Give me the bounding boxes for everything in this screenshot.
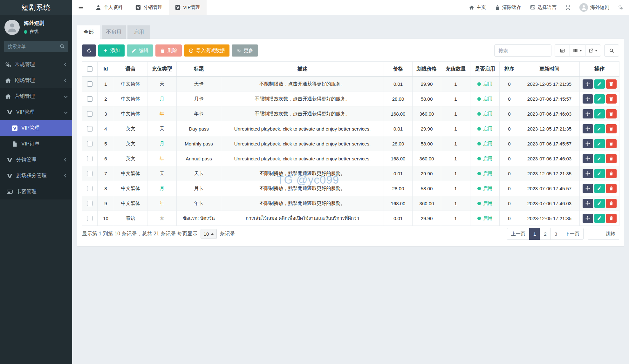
move-row-button[interactable]: [583, 214, 593, 223]
next-page-button[interactable]: 下一页: [561, 228, 584, 240]
delete-row-button[interactable]: [606, 109, 617, 118]
filter-tab-全部[interactable]: 全部: [77, 25, 100, 39]
delete-row-button[interactable]: [606, 124, 617, 133]
edit-row-button[interactable]: [594, 124, 605, 133]
page-button-2[interactable]: 2: [540, 228, 550, 240]
move-row-button[interactable]: [583, 154, 593, 163]
row-checkbox[interactable]: [87, 156, 92, 161]
delete-row-button[interactable]: [606, 169, 617, 178]
row-checkbox[interactable]: [87, 96, 92, 102]
delete-row-button[interactable]: [606, 214, 617, 223]
row-checkbox[interactable]: [87, 81, 92, 87]
sidebar-item-vip-orders[interactable]: VIP订单: [0, 136, 72, 152]
row-checkbox[interactable]: [87, 186, 92, 191]
filter-tab-不启用[interactable]: 不启用: [102, 25, 126, 39]
detail-view-button[interactable]: [555, 44, 570, 57]
columns-button[interactable]: [570, 44, 585, 57]
prev-page-button[interactable]: 上一页: [507, 228, 530, 240]
page-button-1[interactable]: 1: [529, 228, 540, 240]
edit-row-button[interactable]: [594, 154, 605, 163]
move-row-button[interactable]: [583, 109, 593, 118]
row-checkbox[interactable]: [87, 126, 92, 131]
gears-icon: [5, 62, 11, 68]
delete-button[interactable]: 删除: [155, 44, 182, 57]
home-icon: [5, 78, 11, 84]
row-checkbox[interactable]: [87, 111, 92, 117]
cell-description: 不限制播放次数，点击开通获得更好的服务。: [221, 91, 384, 106]
move-row-button[interactable]: [583, 169, 593, 178]
move-row-button[interactable]: [583, 94, 593, 104]
move-row-button[interactable]: [583, 199, 593, 208]
user-panel: 海外短剧 在线: [0, 15, 72, 38]
cell-id: 7: [98, 166, 114, 181]
cell-id: 6: [98, 151, 114, 166]
user-menu[interactable]: 海外短剧: [579, 3, 609, 12]
sidebar-menu: 常规管理剧场管理营销管理VIP管理VIP管理VIP订单分销管理剧场积分管理卡密管…: [0, 57, 72, 199]
cell-actions: [580, 136, 619, 151]
sidebar-item-theater-points-management[interactable]: 剧场积分管理: [0, 168, 72, 184]
row-checkbox[interactable]: [87, 201, 92, 206]
tab-profile[interactable]: 个人资料: [89, 0, 129, 15]
edit-row-button[interactable]: [594, 199, 605, 208]
delete-row-button[interactable]: [606, 184, 617, 193]
row-checkbox[interactable]: [87, 141, 92, 146]
search-submit-button[interactable]: [604, 44, 619, 57]
cell-recharge-type: 年: [147, 106, 177, 121]
tab-distribution[interactable]: 分销管理: [129, 0, 169, 15]
v-icon: [7, 109, 13, 115]
delete-row-button[interactable]: [606, 154, 617, 163]
jump-button[interactable]: 跳转: [602, 228, 619, 240]
cell-title: 月卡: [177, 181, 221, 196]
sidebar-item-label: 分销管理: [16, 157, 37, 163]
delete-row-button[interactable]: [606, 79, 617, 89]
add-button[interactable]: 添加: [98, 44, 125, 57]
navbar-right: 主页清除缓存选择语言海外短剧: [469, 0, 629, 15]
page-size-select[interactable]: 10: [201, 229, 217, 239]
move-row-button[interactable]: [583, 79, 593, 89]
edit-row-button[interactable]: [594, 109, 605, 118]
sidebar-item-distribution-management[interactable]: 分销管理: [0, 152, 72, 168]
clear-cache-link[interactable]: 清除缓存: [495, 4, 521, 10]
cell-actions: [580, 211, 619, 226]
edit-row-button[interactable]: [594, 79, 605, 89]
sidebar-item-general-management[interactable]: 常规管理: [0, 57, 72, 72]
delete-row-button[interactable]: [606, 94, 617, 104]
sidebar-toggle-button[interactable]: [72, 0, 89, 15]
home-link[interactable]: 主页: [469, 4, 486, 10]
settings-link[interactable]: [618, 5, 623, 10]
edit-row-button[interactable]: [594, 184, 605, 193]
more-button[interactable]: 更多: [232, 44, 258, 57]
sidebar-item-vip-management[interactable]: VIP管理: [0, 120, 72, 136]
delete-row-button[interactable]: [606, 139, 617, 148]
filter-tab-启用[interactable]: 启用: [127, 25, 150, 39]
table-search-input[interactable]: [494, 44, 551, 57]
refresh-button[interactable]: [82, 44, 96, 57]
row-checkbox[interactable]: [87, 171, 92, 176]
sidebar-item-marketing-management[interactable]: 营销管理: [0, 88, 72, 104]
vip-table-card: 添加 编辑 删除 导入测试数据 更多 Id语言充值类型标题描述价格划: [77, 39, 624, 246]
delete-row-button[interactable]: [606, 199, 617, 208]
edit-button[interactable]: 编辑: [127, 44, 153, 57]
move-row-button[interactable]: [583, 139, 593, 148]
edit-row-button[interactable]: [594, 139, 605, 148]
jump-page-input[interactable]: [588, 228, 602, 240]
sidebar-item-theater-management[interactable]: 剧场管理: [0, 72, 72, 88]
edit-row-button[interactable]: [594, 169, 605, 178]
cell-sort: 0: [500, 181, 519, 196]
fullscreen-toggle[interactable]: [565, 5, 571, 10]
sidebar-item-card-key-management[interactable]: 卡密管理: [0, 184, 72, 199]
move-row-button[interactable]: [583, 184, 593, 193]
row-checkbox[interactable]: [87, 216, 92, 221]
select-all-checkbox[interactable]: [87, 66, 92, 72]
table-header-row: Id语言充值类型标题描述价格划线价格充值数量是否启用排序更新时间操作: [82, 62, 619, 77]
export-button[interactable]: [585, 44, 601, 57]
edit-row-button[interactable]: [594, 94, 605, 104]
move-row-button[interactable]: [583, 124, 593, 133]
language-select[interactable]: 选择语言: [530, 4, 557, 10]
tab-vip-management[interactable]: VIP管理: [169, 0, 207, 15]
menu-search-input[interactable]: [4, 41, 68, 52]
sidebar-item-vip-management-group[interactable]: VIP管理: [0, 104, 72, 120]
page-button-3[interactable]: 3: [550, 228, 561, 240]
import-test-data-button[interactable]: 导入测试数据: [184, 44, 229, 57]
edit-row-button[interactable]: [594, 214, 605, 223]
